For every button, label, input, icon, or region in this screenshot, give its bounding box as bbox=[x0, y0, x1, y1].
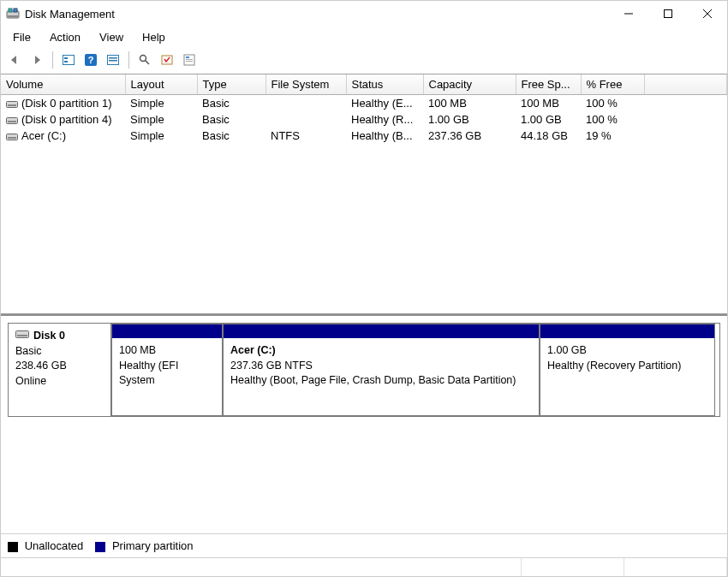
help-button[interactable]: ? bbox=[81, 50, 101, 70]
cell-free: 1.00 GB bbox=[516, 111, 581, 128]
svg-rect-8 bbox=[63, 56, 75, 65]
partition-stripe bbox=[540, 324, 714, 338]
partition-size: 100 MB bbox=[119, 343, 215, 359]
cell-capacity: 100 MB bbox=[423, 95, 516, 112]
cell-pct: 100 % bbox=[581, 95, 644, 112]
settings-button[interactable] bbox=[103, 50, 123, 70]
col-filesystem[interactable]: File System bbox=[266, 74, 346, 95]
partition-status: Healthy (Recovery Partition) bbox=[547, 359, 707, 374]
unallocated-swatch bbox=[8, 542, 18, 552]
svg-point-16 bbox=[140, 56, 146, 62]
legend: Unallocated Primary partition bbox=[1, 533, 727, 557]
svg-rect-20 bbox=[186, 57, 189, 58]
volume-icon bbox=[6, 100, 18, 109]
svg-rect-24 bbox=[8, 104, 16, 106]
volume-row[interactable]: (Disk 0 partition 1)SimpleBasicHealthy (… bbox=[1, 95, 727, 112]
partition-size: 237.36 GB NTFS bbox=[230, 359, 532, 374]
forward-button[interactable] bbox=[27, 50, 47, 70]
toolbar-separator bbox=[52, 51, 53, 68]
cell-layout: Simple bbox=[125, 95, 197, 112]
menu-action[interactable]: Action bbox=[41, 28, 89, 46]
cell-status: Healthy (B... bbox=[346, 128, 423, 144]
disk-map-area: Disk 0 Basic 238.46 GB Online 100 MBHeal… bbox=[1, 314, 727, 533]
disk-type: Basic bbox=[15, 344, 104, 360]
cell-type: Basic bbox=[197, 128, 266, 144]
partition-block[interactable]: 100 MBHealthy (EFI System bbox=[111, 324, 223, 416]
primary-swatch bbox=[95, 542, 105, 552]
maximize-button[interactable] bbox=[648, 1, 688, 27]
col-freespace[interactable]: Free Sp... bbox=[516, 74, 581, 95]
partition-block[interactable]: 1.00 GBHealthy (Recovery Partition) bbox=[540, 324, 715, 416]
volume-row[interactable]: Acer (C:)SimpleBasicNTFSHealthy (B...237… bbox=[1, 128, 727, 144]
column-header-row: Volume Layout Type File System Status Ca… bbox=[1, 74, 727, 95]
titlebar: Disk Management bbox=[1, 1, 727, 27]
cell-pct: 19 % bbox=[581, 128, 644, 144]
svg-rect-2 bbox=[9, 9, 12, 12]
partition-status: Healthy (Boot, Page File, Crash Dump, Ba… bbox=[230, 373, 532, 389]
col-capacity[interactable]: Capacity bbox=[423, 74, 516, 95]
volume-row[interactable]: (Disk 0 partition 4)SimpleBasicHealthy (… bbox=[1, 111, 727, 128]
svg-rect-3 bbox=[14, 9, 17, 12]
svg-text:?: ? bbox=[88, 55, 94, 65]
minimize-button[interactable] bbox=[609, 1, 648, 27]
close-button[interactable] bbox=[688, 1, 727, 27]
menu-view[interactable]: View bbox=[91, 28, 132, 46]
col-status[interactable]: Status bbox=[346, 74, 423, 95]
svg-rect-5 bbox=[665, 10, 672, 18]
col-layout[interactable]: Layout bbox=[125, 74, 197, 95]
cell-pct: 100 % bbox=[581, 111, 644, 128]
toolbar: ? bbox=[1, 48, 727, 74]
cell-fs bbox=[266, 95, 346, 112]
cell-volume: Acer (C:) bbox=[1, 128, 125, 144]
partition-stripe bbox=[112, 324, 222, 338]
legend-unallocated: Unallocated bbox=[8, 539, 83, 552]
show-hide-tree-button[interactable] bbox=[58, 50, 79, 70]
disk-size: 238.46 GB bbox=[15, 359, 104, 374]
legend-primary: Primary partition bbox=[95, 539, 193, 552]
cell-capacity: 237.36 GB bbox=[423, 128, 516, 144]
cell-type: Basic bbox=[197, 111, 266, 128]
cell-status: Healthy (R... bbox=[346, 111, 423, 128]
cell-volume: (Disk 0 partition 1) bbox=[1, 95, 125, 112]
cell-free: 100 MB bbox=[516, 95, 581, 112]
volume-list[interactable]: Volume Layout Type File System Status Ca… bbox=[1, 74, 727, 314]
toolbar-separator bbox=[128, 51, 129, 68]
cell-capacity: 1.00 GB bbox=[423, 111, 516, 128]
menu-file[interactable]: File bbox=[4, 28, 39, 46]
partition-status: Healthy (EFI System bbox=[119, 359, 215, 389]
disk-state: Online bbox=[15, 374, 104, 390]
col-type[interactable]: Type bbox=[197, 74, 266, 95]
partition-block[interactable]: Acer (C:)237.36 GB NTFSHealthy (Boot, Pa… bbox=[223, 324, 540, 416]
disk-icon bbox=[15, 329, 29, 344]
svg-rect-28 bbox=[8, 137, 16, 139]
svg-rect-15 bbox=[109, 60, 117, 62]
svg-rect-1 bbox=[8, 15, 18, 17]
properties-button[interactable] bbox=[179, 50, 200, 70]
svg-rect-30 bbox=[17, 335, 27, 336]
svg-rect-26 bbox=[8, 121, 16, 122]
cell-layout: Simple bbox=[125, 128, 197, 144]
svg-rect-14 bbox=[109, 57, 117, 59]
cell-free: 44.18 GB bbox=[516, 128, 581, 144]
cell-layout: Simple bbox=[125, 111, 197, 128]
col-pctfree[interactable]: % Free bbox=[581, 74, 644, 95]
disk-info-panel[interactable]: Disk 0 Basic 238.46 GB Online bbox=[9, 324, 111, 416]
col-volume[interactable]: Volume bbox=[1, 74, 125, 95]
cell-fs: NTFS bbox=[266, 128, 346, 144]
svg-rect-29 bbox=[16, 331, 29, 338]
cell-type: Basic bbox=[197, 95, 266, 112]
rescan-disks-button[interactable] bbox=[157, 50, 177, 70]
svg-line-17 bbox=[146, 61, 150, 65]
app-icon bbox=[6, 7, 20, 21]
col-blank[interactable] bbox=[644, 74, 727, 95]
partition-label: Acer (C:) bbox=[230, 343, 532, 359]
svg-rect-9 bbox=[64, 57, 68, 59]
cell-volume: (Disk 0 partition 4) bbox=[1, 111, 125, 128]
disk-row[interactable]: Disk 0 Basic 238.46 GB Online 100 MBHeal… bbox=[8, 323, 720, 417]
svg-rect-22 bbox=[186, 61, 193, 62]
refresh-button[interactable] bbox=[134, 50, 155, 70]
back-button[interactable] bbox=[4, 50, 25, 70]
menu-help[interactable]: Help bbox=[134, 28, 174, 46]
cell-fs bbox=[266, 111, 346, 128]
menubar: File Action View Help bbox=[1, 27, 727, 48]
